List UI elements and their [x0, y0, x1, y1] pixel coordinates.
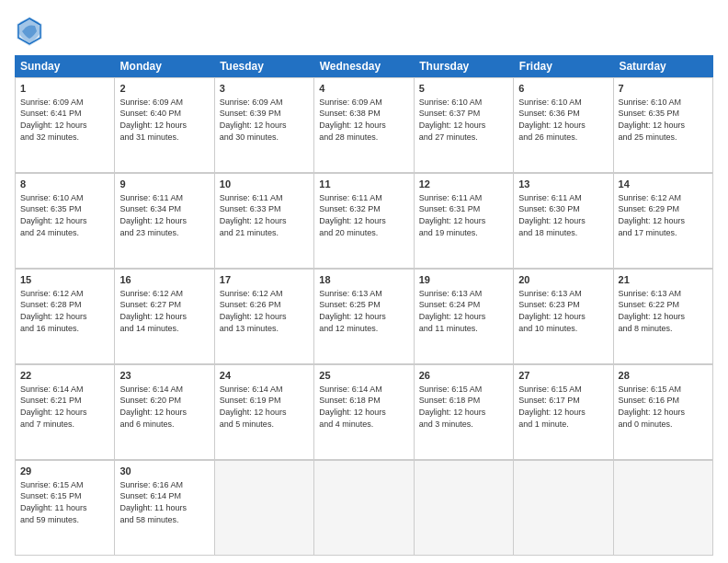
calendar-cell: 28Sunrise: 6:15 AM Sunset: 6:16 PM Dayli…	[614, 365, 713, 460]
day-info: Sunrise: 6:13 AM Sunset: 6:25 PM Dayligh…	[319, 288, 408, 334]
day-info: Sunrise: 6:10 AM Sunset: 6:37 PM Dayligh…	[419, 97, 508, 143]
calendar-cell: 2Sunrise: 6:09 AM Sunset: 6:40 PM Daylig…	[115, 78, 214, 173]
calendar-cell: 30Sunrise: 6:16 AM Sunset: 6:14 PM Dayli…	[115, 461, 214, 556]
page-header	[15, 15, 713, 48]
day-number: 23	[119, 369, 209, 383]
day-number: 17	[220, 273, 309, 287]
day-number: 2	[119, 82, 209, 96]
day-number: 15	[20, 273, 109, 287]
day-number: 10	[220, 178, 309, 191]
calendar-cell: 24Sunrise: 6:14 AM Sunset: 6:19 PM Dayli…	[215, 365, 314, 460]
day-info: Sunrise: 6:09 AM Sunset: 6:41 PM Dayligh…	[20, 97, 109, 143]
calendar-cell	[415, 461, 514, 556]
day-number: 5	[419, 82, 508, 96]
day-number: 21	[619, 273, 708, 287]
day-info: Sunrise: 6:11 AM Sunset: 6:31 PM Dayligh…	[419, 192, 508, 238]
calendar-row: 29Sunrise: 6:15 AM Sunset: 6:15 PM Dayli…	[15, 460, 713, 556]
day-number: 9	[119, 178, 209, 191]
day-number: 27	[518, 369, 608, 383]
calendar-cell: 4Sunrise: 6:09 AM Sunset: 6:38 PM Daylig…	[314, 78, 414, 173]
day-info: Sunrise: 6:10 AM Sunset: 6:35 PM Dayligh…	[20, 192, 109, 238]
calendar-cell	[215, 461, 314, 556]
day-number: 30	[119, 465, 209, 478]
calendar-cell: 1Sunrise: 6:09 AM Sunset: 6:41 PM Daylig…	[16, 78, 115, 173]
day-info: Sunrise: 6:15 AM Sunset: 6:16 PM Dayligh…	[619, 384, 708, 430]
calendar-cell: 6Sunrise: 6:10 AM Sunset: 6:36 PM Daylig…	[514, 78, 613, 173]
logo-icon	[15, 15, 44, 48]
day-info: Sunrise: 6:14 AM Sunset: 6:20 PM Dayligh…	[119, 384, 209, 430]
day-number: 28	[619, 369, 708, 383]
calendar-cell: 13Sunrise: 6:11 AM Sunset: 6:30 PM Dayli…	[514, 174, 613, 269]
weekday-header: Monday	[115, 55, 215, 77]
calendar-cell: 10Sunrise: 6:11 AM Sunset: 6:33 PM Dayli…	[215, 174, 314, 269]
calendar-cell: 9Sunrise: 6:11 AM Sunset: 6:34 PM Daylig…	[115, 174, 214, 269]
calendar-cell: 29Sunrise: 6:15 AM Sunset: 6:15 PM Dayli…	[16, 461, 115, 556]
day-number: 1	[20, 82, 109, 96]
weekday-header: Saturday	[613, 55, 713, 77]
day-info: Sunrise: 6:14 AM Sunset: 6:21 PM Dayligh…	[20, 384, 109, 430]
day-info: Sunrise: 6:13 AM Sunset: 6:23 PM Dayligh…	[518, 288, 608, 334]
day-info: Sunrise: 6:14 AM Sunset: 6:19 PM Dayligh…	[220, 384, 309, 430]
day-info: Sunrise: 6:16 AM Sunset: 6:14 PM Dayligh…	[119, 479, 209, 525]
calendar-cell: 23Sunrise: 6:14 AM Sunset: 6:20 PM Dayli…	[115, 365, 214, 460]
weekday-header: Wednesday	[314, 55, 415, 77]
calendar-cell: 19Sunrise: 6:13 AM Sunset: 6:24 PM Dayli…	[415, 270, 514, 364]
calendar-row: 1Sunrise: 6:09 AM Sunset: 6:41 PM Daylig…	[15, 77, 713, 173]
day-number: 13	[518, 178, 608, 191]
day-number: 20	[518, 273, 608, 287]
day-number: 7	[619, 82, 708, 96]
calendar: SundayMondayTuesdayWednesdayThursdayFrid…	[15, 55, 713, 556]
day-info: Sunrise: 6:11 AM Sunset: 6:32 PM Dayligh…	[319, 192, 408, 238]
day-number: 3	[220, 82, 309, 96]
calendar-cell: 25Sunrise: 6:14 AM Sunset: 6:18 PM Dayli…	[314, 365, 414, 460]
calendar-cell: 11Sunrise: 6:11 AM Sunset: 6:32 PM Dayli…	[314, 174, 414, 269]
calendar-cell: 15Sunrise: 6:12 AM Sunset: 6:28 PM Dayli…	[16, 270, 115, 364]
calendar-cell: 7Sunrise: 6:10 AM Sunset: 6:35 PM Daylig…	[614, 78, 713, 173]
calendar-page: SundayMondayTuesdayWednesdayThursdayFrid…	[0, 0, 728, 563]
calendar-cell	[514, 461, 613, 556]
calendar-cell: 12Sunrise: 6:11 AM Sunset: 6:31 PM Dayli…	[415, 174, 514, 269]
calendar-cell: 26Sunrise: 6:15 AM Sunset: 6:18 PM Dayli…	[415, 365, 514, 460]
logo	[15, 15, 48, 48]
day-number: 8	[20, 178, 109, 191]
day-number: 4	[319, 82, 408, 96]
day-info: Sunrise: 6:10 AM Sunset: 6:35 PM Dayligh…	[619, 97, 708, 143]
day-number: 25	[319, 369, 408, 383]
calendar-cell: 18Sunrise: 6:13 AM Sunset: 6:25 PM Dayli…	[314, 270, 414, 364]
day-number: 6	[518, 82, 608, 96]
day-info: Sunrise: 6:09 AM Sunset: 6:40 PM Dayligh…	[119, 97, 209, 143]
calendar-row: 8Sunrise: 6:10 AM Sunset: 6:35 PM Daylig…	[15, 173, 713, 269]
calendar-cell: 8Sunrise: 6:10 AM Sunset: 6:35 PM Daylig…	[16, 174, 115, 269]
day-info: Sunrise: 6:15 AM Sunset: 6:18 PM Dayligh…	[419, 384, 508, 430]
day-info: Sunrise: 6:10 AM Sunset: 6:36 PM Dayligh…	[518, 97, 608, 143]
day-number: 11	[319, 178, 408, 191]
calendar-row: 22Sunrise: 6:14 AM Sunset: 6:21 PM Dayli…	[15, 364, 713, 460]
day-info: Sunrise: 6:15 AM Sunset: 6:17 PM Dayligh…	[518, 384, 608, 430]
day-number: 16	[119, 273, 209, 287]
day-number: 14	[619, 178, 708, 191]
calendar-cell	[614, 461, 713, 556]
day-info: Sunrise: 6:11 AM Sunset: 6:30 PM Dayligh…	[518, 192, 608, 238]
calendar-body: 1Sunrise: 6:09 AM Sunset: 6:41 PM Daylig…	[15, 77, 713, 556]
calendar-cell: 14Sunrise: 6:12 AM Sunset: 6:29 PM Dayli…	[614, 174, 713, 269]
calendar-cell: 17Sunrise: 6:12 AM Sunset: 6:26 PM Dayli…	[215, 270, 314, 364]
day-number: 22	[20, 369, 109, 383]
calendar-cell: 3Sunrise: 6:09 AM Sunset: 6:39 PM Daylig…	[215, 78, 314, 173]
day-info: Sunrise: 6:14 AM Sunset: 6:18 PM Dayligh…	[319, 384, 408, 430]
day-number: 18	[319, 273, 408, 287]
day-info: Sunrise: 6:11 AM Sunset: 6:34 PM Dayligh…	[119, 192, 209, 238]
day-info: Sunrise: 6:12 AM Sunset: 6:29 PM Dayligh…	[619, 192, 708, 238]
day-number: 24	[220, 369, 309, 383]
calendar-cell: 16Sunrise: 6:12 AM Sunset: 6:27 PM Dayli…	[115, 270, 214, 364]
day-number: 26	[419, 369, 508, 383]
day-info: Sunrise: 6:13 AM Sunset: 6:22 PM Dayligh…	[619, 288, 708, 334]
day-info: Sunrise: 6:12 AM Sunset: 6:27 PM Dayligh…	[119, 288, 209, 334]
calendar-cell: 20Sunrise: 6:13 AM Sunset: 6:23 PM Dayli…	[514, 270, 613, 364]
weekday-header: Tuesday	[214, 55, 314, 77]
day-info: Sunrise: 6:15 AM Sunset: 6:15 PM Dayligh…	[20, 479, 109, 525]
calendar-cell: 22Sunrise: 6:14 AM Sunset: 6:21 PM Dayli…	[16, 365, 115, 460]
calendar-cell: 27Sunrise: 6:15 AM Sunset: 6:17 PM Dayli…	[514, 365, 613, 460]
weekday-header: Thursday	[414, 55, 514, 77]
day-number: 29	[20, 465, 109, 478]
calendar-cell: 5Sunrise: 6:10 AM Sunset: 6:37 PM Daylig…	[415, 78, 514, 173]
